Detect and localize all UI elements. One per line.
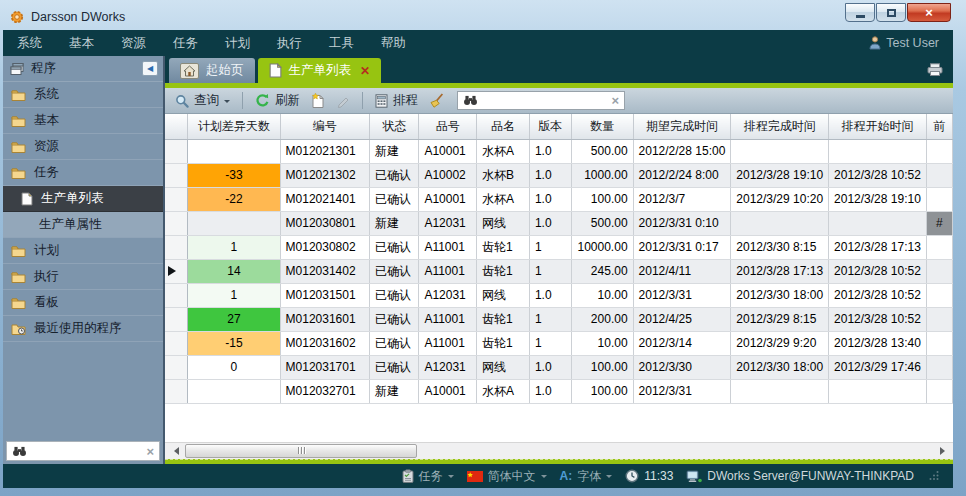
cell-version[interactable]: 1 <box>529 259 571 283</box>
cell-status[interactable]: 已确认 <box>370 307 419 331</box>
cell-qty[interactable]: 500.00 <box>571 211 633 235</box>
task-dropdown[interactable]: 任务 <box>402 468 454 485</box>
sidebar-item-7[interactable]: 执行 <box>3 264 163 290</box>
menu-item-6[interactable]: 工具 <box>329 35 354 52</box>
sidebar-item-1[interactable]: 基本 <box>3 108 163 134</box>
cell-sched_start[interactable]: 2012/3/28 10:52 <box>829 163 927 187</box>
cell-due_time[interactable]: 2012/3/14 <box>633 331 731 355</box>
query-button[interactable]: 查询 <box>172 91 233 110</box>
sidebar-item-6[interactable]: 计划 <box>3 238 163 264</box>
cell-sched_start[interactable]: 2012/3/28 10:52 <box>829 307 927 331</box>
menu-item-3[interactable]: 任务 <box>173 35 198 52</box>
cell-version[interactable]: 1.0 <box>529 187 571 211</box>
cell-item_name[interactable]: 齿轮1 <box>476 307 529 331</box>
menu-item-0[interactable]: 系统 <box>17 35 42 52</box>
menu-item-7[interactable]: 帮助 <box>381 35 406 52</box>
cell-order_no[interactable]: M012032701 <box>280 379 370 403</box>
cell-sched_finish[interactable] <box>731 379 829 403</box>
sidebar-item-5[interactable]: 生产单属性 <box>3 212 163 238</box>
cell-qty[interactable]: 100.00 <box>571 379 633 403</box>
sidebar-item-2[interactable]: 资源 <box>3 134 163 160</box>
new-button[interactable] <box>308 92 328 109</box>
font-dropdown[interactable]: A: 字体 <box>560 468 613 485</box>
cell-qty[interactable]: 100.00 <box>571 187 633 211</box>
cell-item_no[interactable]: A12031 <box>419 283 476 307</box>
sidebar-collapse-button[interactable]: ◀ <box>142 61 158 76</box>
cell-sched_finish[interactable]: 2012/3/28 17:13 <box>731 259 829 283</box>
cell-item_no[interactable]: A10002 <box>419 163 476 187</box>
cell-diff[interactable]: 27 <box>188 307 280 331</box>
cell-item_name[interactable]: 齿轮1 <box>476 235 529 259</box>
row-selector[interactable] <box>165 139 188 163</box>
toolbar-search-input[interactable] <box>483 94 606 108</box>
column-header-sched_finish[interactable]: 排程完成时间 <box>731 114 829 139</box>
cell-qty[interactable]: 10.00 <box>571 283 633 307</box>
cell-status[interactable]: 已确认 <box>370 187 419 211</box>
cell-sched_finish[interactable] <box>731 211 829 235</box>
menu-item-2[interactable]: 资源 <box>121 35 146 52</box>
cell-sched_start[interactable] <box>829 211 927 235</box>
row-selector[interactable] <box>165 187 188 211</box>
cell-order_no[interactable]: M012031701 <box>280 355 370 379</box>
row-selector[interactable] <box>165 379 188 403</box>
cell-sched_start[interactable]: 2012/3/28 13:40 <box>829 331 927 355</box>
resize-grip-icon[interactable] <box>929 469 939 483</box>
row-selector[interactable] <box>165 307 188 331</box>
cell-diff[interactable]: 1 <box>188 283 280 307</box>
cell-version[interactable]: 1 <box>529 331 571 355</box>
cell-diff[interactable] <box>188 211 280 235</box>
cell-status[interactable]: 新建 <box>370 139 419 163</box>
cell-order_no[interactable]: M012030801 <box>280 211 370 235</box>
sidebar-item-4[interactable]: 生产单列表 <box>3 186 163 212</box>
cell-sched_finish[interactable]: 2012/3/29 10:20 <box>731 187 829 211</box>
cell-item_name[interactable]: 水杯A <box>476 379 529 403</box>
edit-button[interactable] <box>333 93 353 109</box>
cell-order_no[interactable]: M012030802 <box>280 235 370 259</box>
cell-item_name[interactable]: 水杯A <box>476 139 529 163</box>
tab-production-order-list[interactable]: 生产单列表 ✕ <box>258 58 382 83</box>
cell-status[interactable]: 已确认 <box>370 235 419 259</box>
cell-extra[interactable]: # <box>926 211 952 235</box>
cell-diff[interactable] <box>188 379 280 403</box>
minimize-button[interactable] <box>845 3 875 22</box>
row-selector[interactable] <box>165 163 188 187</box>
cell-qty[interactable]: 245.00 <box>571 259 633 283</box>
column-header-status[interactable]: 状态 <box>370 114 419 139</box>
cell-sched_finish[interactable]: 2012/3/29 8:15 <box>731 307 829 331</box>
cell-sched_finish[interactable]: 2012/3/28 19:10 <box>731 163 829 187</box>
cell-order_no[interactable]: M012031501 <box>280 283 370 307</box>
cell-due_time[interactable]: 2012/2/24 8:00 <box>633 163 731 187</box>
sidebar-item-9[interactable]: 最近使用的程序 <box>3 316 163 342</box>
cell-item_no[interactable]: A12031 <box>419 211 476 235</box>
cell-extra[interactable] <box>926 139 952 163</box>
cell-order_no[interactable]: M012021302 <box>280 163 370 187</box>
menu-item-5[interactable]: 执行 <box>277 35 302 52</box>
cell-due_time[interactable]: 2012/3/31 0:10 <box>633 211 731 235</box>
cell-sched_start[interactable]: 2012/3/28 10:52 <box>829 283 927 307</box>
cell-item_no[interactable]: A10001 <box>419 139 476 163</box>
cell-qty[interactable]: 200.00 <box>571 307 633 331</box>
cell-sched_start[interactable]: 2012/3/28 19:10 <box>829 187 927 211</box>
cell-version[interactable]: 1 <box>529 307 571 331</box>
column-header-item_no[interactable]: 品号 <box>419 114 476 139</box>
cell-status[interactable]: 已确认 <box>370 331 419 355</box>
cell-item_no[interactable]: A11001 <box>419 331 476 355</box>
column-header-due_time[interactable]: 期望完成时间 <box>633 114 731 139</box>
cell-version[interactable]: 1.0 <box>529 283 571 307</box>
column-header-item_name[interactable]: 品名 <box>476 114 529 139</box>
cell-version[interactable]: 1.0 <box>529 355 571 379</box>
column-header-sched_start[interactable]: 排程开始时间 <box>829 114 927 139</box>
cell-due_time[interactable]: 2012/3/31 0:17 <box>633 235 731 259</box>
cell-version[interactable]: 1.0 <box>529 139 571 163</box>
cell-due_time[interactable]: 2012/3/31 <box>633 379 731 403</box>
column-header-diff[interactable]: 计划差异天数 <box>188 114 280 139</box>
cell-extra[interactable] <box>926 307 952 331</box>
cell-sched_finish[interactable]: 2012/3/30 8:15 <box>731 235 829 259</box>
current-user[interactable]: Test User <box>869 36 939 50</box>
refresh-button[interactable]: 刷新 <box>252 91 303 110</box>
cell-version[interactable]: 1.0 <box>529 211 571 235</box>
cell-due_time[interactable]: 2012/3/31 <box>633 283 731 307</box>
cell-item_name[interactable]: 水杯A <box>476 187 529 211</box>
restore-button[interactable] <box>876 3 906 22</box>
cell-extra[interactable] <box>926 379 952 403</box>
